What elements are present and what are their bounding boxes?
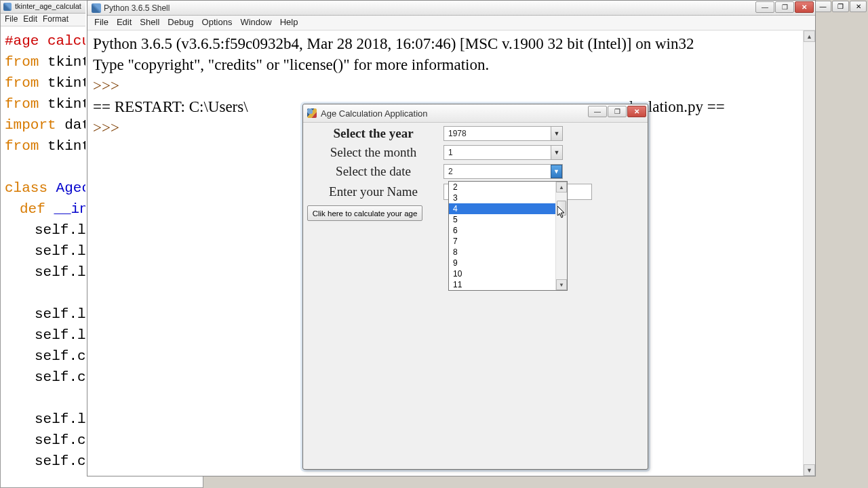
shell-prompt: >>> bbox=[93, 75, 797, 96]
dropdown-option[interactable]: 5 bbox=[449, 214, 555, 225]
year-combobox[interactable]: 1978 ▼ bbox=[443, 126, 563, 141]
code-line: self.la bbox=[35, 306, 85, 322]
date-value: 2 bbox=[444, 167, 551, 176]
editor-menubar: File Edit Format bbox=[1, 14, 85, 26]
year-value: 1978 bbox=[444, 129, 551, 138]
code-kw: from bbox=[5, 75, 39, 91]
code-kw: from bbox=[5, 54, 39, 70]
editor-titlebar[interactable]: tkinter_age_calculat bbox=[1, 1, 85, 14]
shell-menubar: File Edit Shell Debug Options Window Hel… bbox=[87, 16, 815, 30]
editor-menu-format[interactable]: Format bbox=[43, 14, 68, 25]
label-name: Enter your Name bbox=[303, 184, 443, 199]
label-month: Select the month bbox=[303, 145, 443, 160]
dropdown-option-highlighted[interactable]: 4 bbox=[449, 203, 555, 214]
editor-menu-edit[interactable]: Edit bbox=[23, 14, 37, 25]
shell-scrollbar[interactable]: ▲ ▼ bbox=[803, 30, 815, 476]
dropdown-option[interactable]: 11 bbox=[449, 279, 555, 290]
shell-banner: Python 3.6.5 (v3.6.5:f59c0932b4, Mar 28 … bbox=[93, 33, 797, 54]
scroll-thumb[interactable] bbox=[557, 201, 566, 216]
dropdown-option[interactable]: 10 bbox=[449, 268, 555, 279]
python-icon bbox=[3, 3, 12, 11]
editor-title: tkinter_age_calculat bbox=[15, 2, 81, 10]
month-combobox[interactable]: 1 ▼ bbox=[443, 145, 563, 160]
code-line: self.la bbox=[35, 222, 85, 238]
dropdown-option[interactable]: 6 bbox=[449, 225, 555, 236]
shell-minimize-button[interactable]: — bbox=[755, 1, 774, 13]
shell-menu-debug[interactable]: Debug bbox=[167, 17, 193, 28]
code-kw: import bbox=[5, 117, 56, 133]
chevron-down-icon[interactable]: ▼ bbox=[551, 146, 562, 159]
chevron-down-icon[interactable]: ▼ bbox=[551, 127, 562, 140]
code-kw: def bbox=[20, 201, 45, 217]
chevron-down-icon[interactable]: ▼ bbox=[551, 165, 562, 178]
bg-minimize-button[interactable]: — bbox=[814, 1, 831, 12]
dropdown-option[interactable]: 2 bbox=[449, 182, 555, 192]
code-line: self.c bbox=[35, 432, 85, 448]
code-kw: from bbox=[5, 138, 39, 154]
code-line: self.la bbox=[35, 243, 85, 259]
code-line: self.c bbox=[35, 369, 85, 385]
tk-close-button[interactable]: ✕ bbox=[627, 106, 646, 117]
scroll-down-icon[interactable]: ▼ bbox=[556, 279, 567, 290]
scroll-up-icon[interactable]: ▲ bbox=[556, 182, 567, 192]
dropdown-option[interactable]: 7 bbox=[449, 236, 555, 247]
bg-close-button[interactable]: ✕ bbox=[850, 1, 867, 12]
age-calc-body: Select the year 1978 ▼ Select the month … bbox=[303, 124, 648, 470]
shell-close-button[interactable]: ✕ bbox=[795, 1, 814, 13]
shell-menu-help[interactable]: Help bbox=[280, 17, 298, 28]
code-line: #age calcu bbox=[5, 33, 85, 49]
code-line: self.c bbox=[35, 348, 85, 364]
dropdown-scrollbar[interactable]: ▲ ▼ bbox=[555, 182, 567, 290]
background-window-buttons: — ❐ ✕ bbox=[814, 0, 868, 14]
shell-menu-shell[interactable]: Shell bbox=[140, 17, 159, 28]
label-date: Select the date bbox=[303, 164, 443, 179]
label-year: Select the year bbox=[303, 126, 443, 141]
python-icon bbox=[92, 3, 101, 13]
shell-titlebar[interactable]: Python 3.6.5 Shell — ❐ ✕ bbox=[87, 1, 815, 16]
age-calc-window: Age Calculation Application — ❐ ✕ Select… bbox=[302, 104, 648, 470]
bg-maximize-button[interactable]: ❐ bbox=[832, 1, 849, 12]
dropdown-option[interactable]: 3 bbox=[449, 192, 555, 203]
shell-menu-edit[interactable]: Edit bbox=[117, 17, 132, 28]
calculate-age-button[interactable]: Clik here to calculate your age bbox=[307, 205, 422, 221]
age-calc-titlebar[interactable]: Age Calculation Application — ❐ ✕ bbox=[303, 104, 648, 123]
date-dropdown-list[interactable]: 2 3 4 5 6 7 8 9 10 11 ▲ ▼ bbox=[448, 181, 568, 291]
dropdown-option[interactable]: 8 bbox=[449, 247, 555, 258]
code-line: self.la bbox=[35, 411, 85, 427]
tk-feather-icon bbox=[307, 108, 317, 118]
code-line: self.la bbox=[35, 264, 85, 280]
tk-maximize-button[interactable]: ❐ bbox=[608, 106, 627, 117]
code-line: self.la bbox=[35, 327, 85, 343]
age-calc-title: Age Calculation Application bbox=[321, 108, 428, 119]
editor-code-area[interactable]: #age calcu from tkint from tkint from tk… bbox=[1, 26, 85, 487]
tk-minimize-button[interactable]: — bbox=[588, 106, 607, 117]
scroll-up-icon[interactable]: ▲ bbox=[804, 30, 815, 42]
code-kw: from bbox=[5, 96, 39, 112]
month-value: 1 bbox=[444, 148, 551, 157]
code-line: self.c bbox=[35, 453, 85, 469]
shell-menu-window[interactable]: Window bbox=[240, 17, 271, 28]
shell-menu-file[interactable]: File bbox=[94, 17, 108, 28]
dropdown-option[interactable]: 9 bbox=[449, 258, 555, 268]
editor-menu-file[interactable]: File bbox=[5, 14, 18, 25]
shell-banner: Type "copyright", "credits" or "license(… bbox=[93, 54, 797, 75]
scroll-down-icon[interactable]: ▼ bbox=[804, 464, 815, 476]
shell-maximize-button[interactable]: ❐ bbox=[775, 1, 794, 13]
shell-title: Python 3.6.5 Shell bbox=[104, 3, 170, 13]
date-combobox[interactable]: 2 ▼ bbox=[443, 164, 563, 179]
shell-menu-options[interactable]: Options bbox=[202, 17, 233, 28]
code-kw: class bbox=[5, 180, 47, 196]
